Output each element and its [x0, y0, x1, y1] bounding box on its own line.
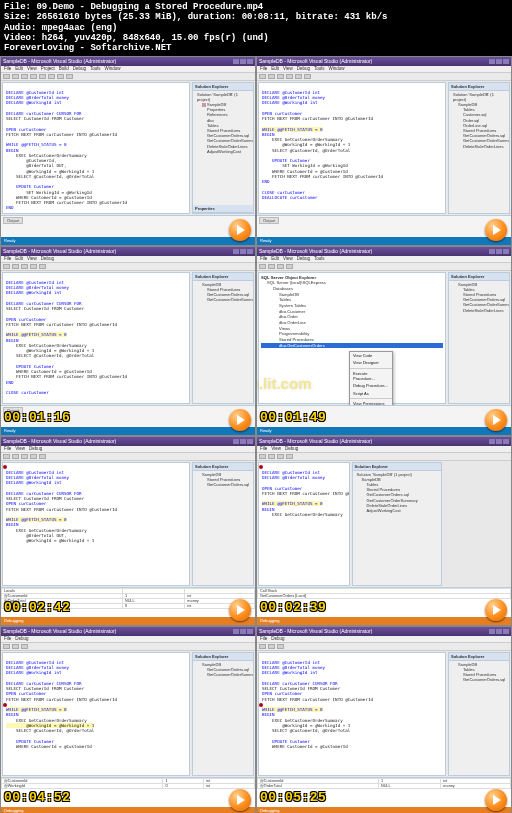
play-icon[interactable] — [485, 409, 507, 431]
audio-line: Audio: mpeg4aac (eng) — [4, 23, 508, 33]
play-icon[interactable] — [229, 599, 251, 621]
video-line: Video: h264, yuv420p, 848x640, 15.00 fps… — [4, 33, 508, 43]
window-controls[interactable] — [233, 59, 253, 64]
context-menu[interactable]: View Code View Designer Execute Procedur… — [349, 351, 393, 405]
code-editor[interactable]: DECLARE @CustomerId int DECLARE @OrderTo… — [258, 82, 446, 214]
size-line: Size: 26561610 bytes (25.33 MiB), durati… — [4, 12, 508, 22]
timestamp-overlay: 00:05:25 — [260, 790, 326, 805]
window-title: SampleDB - Microsoft Visual Studio (Admi… — [3, 58, 116, 64]
status-bar: Ready — [1, 237, 255, 245]
media-info-header: File: 09.Demo - Debugging a Stored Proce… — [0, 0, 512, 56]
thumbnail-8: SampleDB - Microsoft Visual Studio (Admi… — [256, 626, 512, 813]
credit-line: ForeverLoving - Softarchive.NET — [4, 43, 508, 53]
output-panel[interactable]: Output — [1, 215, 255, 237]
solution-explorer[interactable]: Solution Explorer Solution 'SampleDB' (1… — [192, 82, 254, 214]
thumbnail-7: SampleDB - Microsoft Visual Studio (Admi… — [0, 626, 256, 813]
timestamp-overlay: 00:01:16 — [4, 410, 70, 425]
thumbnail-4: SampleDB - Microsoft Visual Studio (Admi… — [256, 246, 512, 436]
code-editor[interactable]: DECLARE @CustomerId int DECLARE @OrderTo… — [2, 272, 190, 404]
play-icon[interactable] — [229, 219, 251, 241]
timestamp-overlay: 00:04:52 — [4, 790, 70, 805]
thumbnail-grid: SampleDB - Microsoft Visual Studio (Admi… — [0, 56, 512, 813]
thumbnail-5: SampleDB - Microsoft Visual Studio (Admi… — [0, 436, 256, 626]
toolbar[interactable] — [1, 73, 255, 81]
window-titlebar: SampleDB - Microsoft Visual Studio (Admi… — [1, 57, 255, 66]
menu-bar[interactable]: FileEditViewProjectBuildDebugToolsWindow — [1, 66, 255, 73]
timestamp-overlay: 00:01:49 — [260, 410, 326, 425]
code-editor[interactable]: DECLARE @CustomerId int DECLARE @OrderTo… — [258, 652, 446, 776]
code-editor[interactable]: DECLARE @CustomerId int DECLARE @OrderTo… — [2, 462, 190, 586]
play-icon[interactable] — [485, 599, 507, 621]
thumbnail-2: SampleDB - Microsoft Visual Studio (Admi… — [256, 56, 512, 246]
code-editor[interactable]: DECLARE @CustomerId int DECLARE @OrderTo… — [2, 652, 190, 776]
thumbnail-1: SampleDB - Microsoft Visual Studio (Admi… — [0, 56, 256, 246]
code-editor[interactable]: DECLARE @CustomerId int DECLARE @OrderTo… — [258, 462, 350, 586]
play-icon[interactable] — [485, 219, 507, 241]
thumbnail-3: SampleDB - Microsoft Visual Studio (Admi… — [0, 246, 256, 436]
play-icon[interactable] — [229, 409, 251, 431]
timestamp-overlay: 00:02:39 — [260, 600, 326, 615]
timestamp-overlay: 00:02:42 — [4, 600, 70, 615]
play-icon[interactable] — [485, 789, 507, 811]
file-line: File: 09.Demo - Debugging a Stored Proce… — [4, 2, 508, 12]
play-icon[interactable] — [229, 789, 251, 811]
sql-object-explorer[interactable]: SQL Server Object Explorer SQL Server (l… — [258, 272, 446, 404]
thumbnail-6: SampleDB - Microsoft Visual Studio (Admi… — [256, 436, 512, 626]
status-bar: Debugging — [1, 617, 255, 625]
code-editor[interactable]: DECLARE @CustomerId int DECLARE @OrderTo… — [2, 82, 190, 214]
